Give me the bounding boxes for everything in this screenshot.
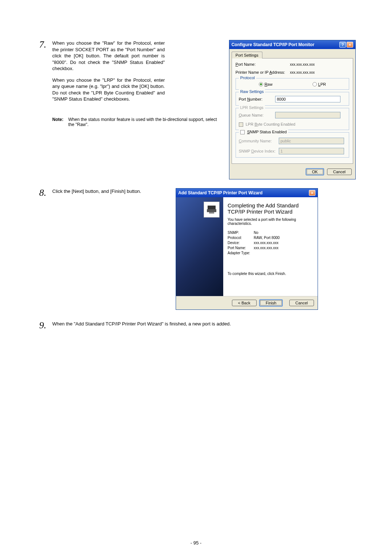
radio-icon bbox=[313, 82, 317, 86]
snmp-label: SNMP Status Enabled bbox=[247, 130, 287, 134]
radio-icon bbox=[259, 82, 263, 86]
page-number: - 95 - bbox=[0, 540, 392, 546]
snmp-checkbox[interactable] bbox=[240, 130, 245, 134]
add-port-wizard-dialog: Add Standard TCP/IP Printer Port Wizard … bbox=[176, 188, 318, 310]
svg-rect-1 bbox=[207, 209, 216, 212]
snmp-group: SNMP Status Enabled Community Name: SNMP… bbox=[236, 132, 349, 158]
dialog1-title: Configure Standard TCP/IP Port Monitor bbox=[232, 42, 314, 47]
step7-para1: When you choose the "Raw" for the Protoc… bbox=[52, 40, 165, 72]
protocol-group: Protocol Raw LPR bbox=[236, 78, 349, 90]
printer-icon bbox=[204, 202, 220, 218]
device-index-label: SNMP Device Index: bbox=[239, 149, 279, 153]
port-number-label: Port Number: bbox=[239, 97, 275, 101]
note-body: When the status monitor feature is used … bbox=[67, 117, 218, 127]
close-icon[interactable]: × bbox=[309, 190, 315, 196]
svg-rect-0 bbox=[208, 206, 216, 209]
kv-device-k: Device: bbox=[228, 241, 254, 245]
tab-port-settings[interactable]: Port Settings bbox=[232, 52, 262, 58]
kv-portname-k: Port Name: bbox=[228, 246, 254, 250]
help-icon[interactable]: ? bbox=[339, 42, 346, 48]
device-index-input bbox=[279, 148, 344, 154]
community-label: Community Name: bbox=[239, 139, 279, 143]
wizard-sidebar-image bbox=[176, 197, 223, 296]
raw-group-title: Raw Settings bbox=[239, 89, 265, 94]
step9-text: When the "Add Standard TCP/IP Printer Po… bbox=[52, 321, 231, 330]
back-button[interactable]: < Back bbox=[232, 300, 257, 306]
lpr-byte-checkbox: LPR Byte Counting Enabled bbox=[239, 122, 346, 127]
close-icon[interactable]: × bbox=[347, 42, 353, 48]
kv-device-v: xxx.xxx.xxx.xxx bbox=[254, 241, 278, 245]
wizard-heading: Completing the Add Standard TCP/IP Print… bbox=[228, 202, 313, 215]
port-number-input[interactable] bbox=[275, 96, 340, 102]
svg-rect-2 bbox=[209, 212, 214, 214]
kv-snmp-k: SNMP: bbox=[228, 231, 254, 235]
printer-ip-label: Printer Name or IP Address: bbox=[236, 70, 290, 74]
port-name-value: xxx.xxx.xxx.xxx bbox=[290, 62, 349, 66]
note-label: Note: bbox=[52, 117, 67, 127]
cancel-button[interactable]: Cancel bbox=[327, 169, 352, 175]
cancel-button[interactable]: Cancel bbox=[289, 300, 314, 306]
step7-para2: When you choose the "LRP" for the Protoc… bbox=[52, 77, 165, 102]
protocol-raw-radio[interactable]: Raw bbox=[259, 82, 273, 86]
kv-proto-v: RAW, Port 8000 bbox=[254, 236, 279, 240]
kv-adapter-k: Adapter Type: bbox=[228, 251, 254, 255]
step-number-8: 8. bbox=[39, 188, 52, 310]
lpr-group-title: LPR Settings bbox=[239, 105, 265, 110]
configure-port-dialog: Configure Standard TCP/IP Port Monitor ?… bbox=[229, 40, 356, 179]
step-number-7: 7. bbox=[39, 40, 52, 179]
wizard-complete-text: To complete this wizard, click Finish. bbox=[228, 272, 313, 276]
ok-button[interactable]: OK bbox=[306, 168, 324, 175]
kv-portname-v: xxx.xxx.xxx.xxx bbox=[254, 246, 278, 250]
raw-settings-group: Raw Settings Port Number: bbox=[236, 92, 349, 106]
queue-name-input bbox=[275, 112, 340, 118]
wizard-subheading: You have selected a port with the follow… bbox=[228, 218, 313, 226]
community-input bbox=[279, 138, 344, 144]
port-name-label: Port Name: bbox=[236, 62, 290, 66]
kv-snmp-v: No bbox=[254, 231, 258, 235]
lpr-settings-group: LPR Settings Queue Name: LPR Byte Counti… bbox=[236, 108, 349, 130]
queue-name-label: Queue Name: bbox=[239, 113, 275, 117]
protocol-group-title: Protocol bbox=[239, 76, 256, 80]
protocol-lpr-radio[interactable]: LPR bbox=[313, 82, 326, 86]
checkbox-icon bbox=[239, 122, 243, 127]
step-number-9: 9. bbox=[39, 321, 52, 330]
step8-text: Click the [Next] button, and [Finish] bu… bbox=[52, 188, 165, 310]
dialog2-title: Add Standard TCP/IP Printer Port Wizard bbox=[178, 190, 262, 195]
kv-proto-k: Protocol: bbox=[228, 236, 254, 240]
printer-ip-value: xxx.xxx.xxx.xxx bbox=[290, 70, 349, 74]
finish-button[interactable]: Finish bbox=[259, 299, 283, 307]
